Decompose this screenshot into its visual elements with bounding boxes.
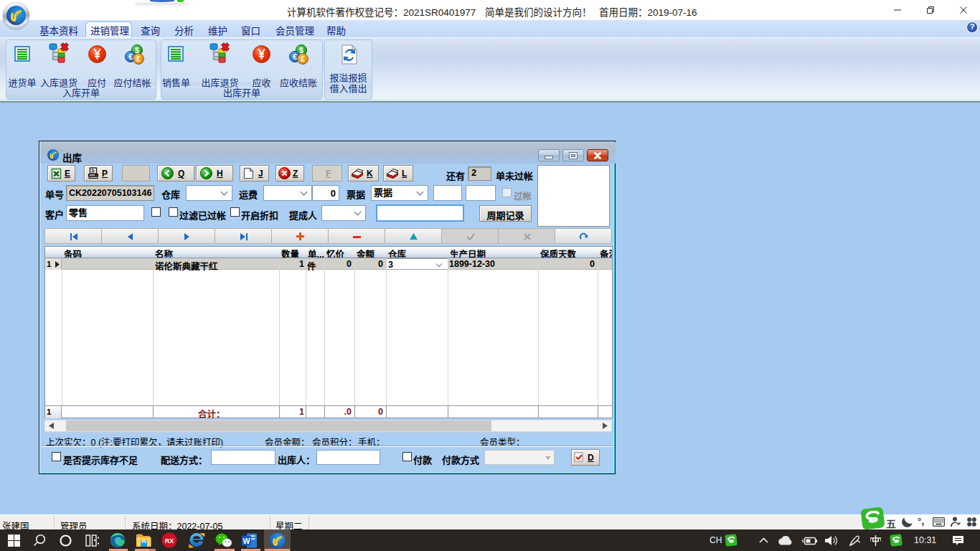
svg-text:€: €	[293, 53, 297, 61]
svg-text:$: $	[135, 47, 139, 55]
svg-text:€: €	[128, 53, 133, 61]
svg-text:RX: RX	[165, 537, 174, 545]
svg-text:$: $	[299, 47, 303, 55]
svg-text:W: W	[243, 536, 250, 545]
svg-text:£: £	[136, 55, 141, 63]
svg-text:£: £	[301, 55, 305, 63]
